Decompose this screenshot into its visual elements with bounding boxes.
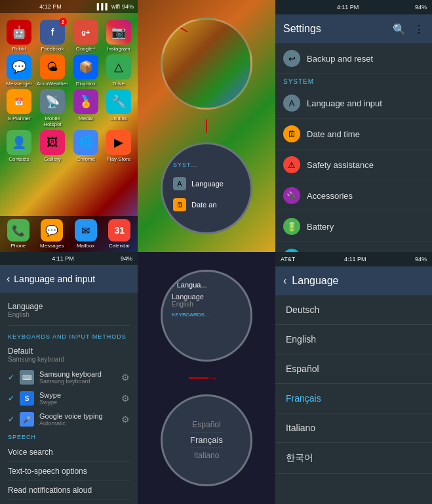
- search-icon[interactable]: 🔍: [393, 23, 406, 35]
- app-messenger-icon: 💬: [7, 54, 31, 79]
- lang-speech-label: SPEECH: [8, 434, 130, 440]
- zoom-francais: Français: [190, 432, 223, 448]
- zoom-lang-keyboards-label: KEYBOARDS...: [172, 312, 241, 318]
- dock-mailbox[interactable]: ✉ Mailbox: [70, 219, 102, 249]
- app-drive[interactable]: △ Drive: [104, 54, 134, 87]
- dock-calendar[interactable]: 31 Calendar: [104, 219, 136, 249]
- lang-language-value: English: [8, 311, 130, 318]
- speech-tts[interactable]: Text-to-speech options: [8, 462, 130, 481]
- speech-read-notif[interactable]: Read notifications aloud: [8, 481, 130, 500]
- dock-mailbox-icon: ✉: [75, 219, 97, 242]
- app-messenger[interactable]: 💬 Messenger: [4, 54, 34, 87]
- settings-backup-item[interactable]: ↩ Backup and reset: [275, 43, 432, 74]
- settings-header-icons: 🔍 ⋮: [393, 23, 424, 35]
- zoom-system-content: SYST... A Language 🗓 Date an: [163, 144, 250, 232]
- app-accuweather[interactable]: 🌤 AccuWeather: [37, 54, 68, 87]
- lang-section-language: Language English: [0, 293, 138, 333]
- app-hotspot-label: Mobile Hotspot: [37, 116, 68, 127]
- lang-list-time: 4:11 PM: [344, 256, 366, 262]
- lang-korean[interactable]: 한국어: [275, 443, 432, 474]
- dock-messages[interactable]: 💬 Messages: [37, 219, 68, 249]
- lang-francais[interactable]: Français: [275, 384, 432, 413]
- lang-default-item[interactable]: Default Samsung keyboard: [8, 343, 130, 367]
- app-hotspot-icon: 📡: [40, 89, 65, 114]
- settings-safety-item[interactable]: ⚠ Safety assistance: [275, 150, 432, 180]
- lang-deutsch[interactable]: Deutsch: [275, 295, 432, 325]
- app-chrome-label: Chrome: [77, 156, 95, 162]
- app-dropbox[interactable]: 📦 Dropbox: [71, 54, 101, 87]
- app-facebook[interactable]: f 2 Facebook: [37, 20, 68, 52]
- lang-input-panel: 4:11 PM 94% ‹ Language and input Languag…: [0, 252, 138, 504]
- lang-italiano[interactable]: Italiano: [275, 413, 432, 443]
- app-drive-icon: △: [106, 54, 131, 79]
- swype-check: ✓: [8, 394, 14, 403]
- gvoice-sub: Automatic: [39, 420, 116, 427]
- app-robid-label: Robid: [12, 46, 26, 52]
- app-drive-label: Drive: [113, 81, 125, 87]
- home-status-bar: 4:12 PM ▌▌▌ wifi 94%: [0, 0, 138, 13]
- keyboard-samsung[interactable]: ✓ ⌨ Samsung keyboard Samsung keyboard ⚙: [8, 367, 130, 388]
- keyboard-swype[interactable]: ✓ S Swype Swype ⚙: [8, 388, 130, 409]
- app-googleplus[interactable]: g+ Google+: [71, 20, 101, 52]
- red-line-vertical-top: [206, 119, 207, 133]
- dock-calendar-label: Calendar: [109, 243, 130, 249]
- app-hotspot[interactable]: 📡 Mobile Hotspot: [37, 89, 68, 127]
- zoom-lang-language-value: English: [172, 301, 241, 308]
- samsung-check: ✓: [8, 373, 14, 382]
- zoom-lang-language-label: Language: [172, 293, 241, 301]
- app-playstore[interactable]: ▶ Play Store: [104, 130, 134, 162]
- dock-phone[interactable]: 📞 Phone: [3, 219, 34, 249]
- app-instagram[interactable]: 📷 Instagram: [104, 20, 134, 52]
- settings-lang-icon: A: [283, 94, 300, 112]
- settings-backup-text: Backup and reset: [307, 54, 373, 64]
- settings-power-item[interactable]: 💡 Power saving: [275, 242, 432, 252]
- app-accuweather-icon: 🌤: [40, 54, 65, 79]
- settings-accessories-item[interactable]: 🔌 Accessories: [275, 180, 432, 211]
- settings-battery-text: Battery: [307, 222, 334, 232]
- app-contacts[interactable]: 👤 Contacts: [4, 130, 34, 162]
- swype-title: Swype: [39, 391, 116, 399]
- app-medal-icon: 🏅: [73, 89, 98, 114]
- app-playstore-icon: ▶: [106, 130, 131, 155]
- app-medal[interactable]: 🏅 Medal: [71, 89, 101, 127]
- zoom-language-icon: A: [173, 177, 186, 190]
- more-icon[interactable]: ⋮: [414, 23, 424, 35]
- app-robid[interactable]: 🤖 Robid: [4, 20, 34, 52]
- lang-list-back-icon[interactable]: ‹: [283, 275, 286, 287]
- dock-mailbox-label: Mailbox: [77, 243, 95, 249]
- connector-bottom: →: [189, 371, 224, 385]
- lang-status-bar: 4:11 PM 94%: [0, 252, 138, 265]
- lang-english[interactable]: English: [275, 325, 432, 354]
- swype-text: Swype Swype: [39, 391, 116, 406]
- lang-language-item[interactable]: Language English: [8, 298, 130, 322]
- app-robid-icon: 🤖: [7, 20, 31, 45]
- swype-sub: Swype: [39, 399, 116, 406]
- settings-lang-item[interactable]: A Language and input: [275, 88, 432, 119]
- gvoice-check: ✓: [8, 415, 14, 424]
- settings-accessories-text: Accessories: [307, 191, 353, 201]
- app-gallery[interactable]: 🖼 Gallery: [37, 130, 68, 162]
- zoom-system-label: SYST...: [173, 161, 240, 168]
- swype-gear-icon[interactable]: ⚙: [121, 393, 130, 404]
- settings-battery-item[interactable]: 🔋 Battery: [275, 211, 432, 242]
- settings-date-item[interactable]: 🗓 Date and time: [275, 119, 432, 150]
- home-battery-text: 94%: [122, 3, 134, 10]
- gvoice-gear-icon[interactable]: ⚙: [121, 414, 130, 425]
- app-chrome[interactable]: 🌐 Chrome: [71, 130, 101, 162]
- red-arrow-bottom: →: [208, 373, 218, 383]
- lang-list-carrier: AT&T: [281, 256, 295, 262]
- home-apps-grid: 🤖 Robid f 2 Facebook g+ Google+ 📷 Instag…: [0, 16, 138, 166]
- app-googleplus-icon: g+: [73, 20, 98, 45]
- keyboard-google-voice[interactable]: ✓ 🎤 Google voice typing Automatic ⚙: [8, 409, 130, 430]
- lang-list-header: ‹ Language: [275, 266, 432, 295]
- app-chrome-icon: 🌐: [73, 130, 98, 155]
- speech-voice-search[interactable]: Voice search: [8, 443, 130, 462]
- lang-back-icon[interactable]: ‹: [7, 273, 10, 285]
- samsung-gear-icon[interactable]: ⚙: [121, 372, 130, 383]
- zoom-top-panel: ⚙ SYST... A Language 🗓 Date an: [138, 0, 275, 252]
- zoom-lang-title: Langua...: [177, 281, 207, 289]
- lang-espanol[interactable]: Español: [275, 354, 432, 384]
- zoom-italiano: Italiano: [190, 448, 223, 463]
- app-utilities[interactable]: 🔧 Utilities: [104, 89, 134, 127]
- app-splanner[interactable]: 📅 S Planner: [4, 89, 34, 127]
